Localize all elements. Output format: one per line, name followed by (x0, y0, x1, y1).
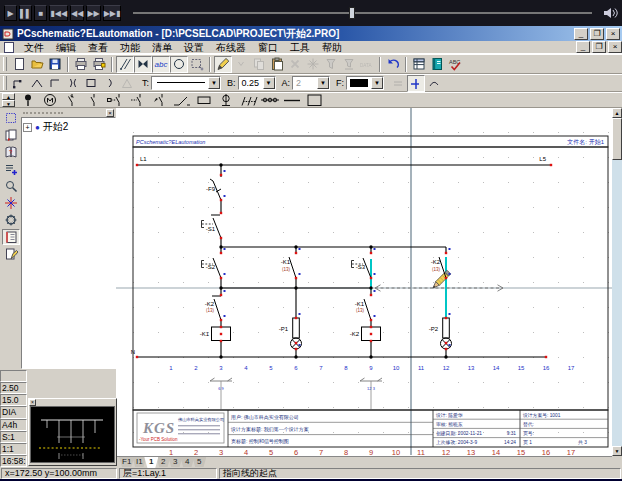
toolbar-button-undo-arrow[interactable] (384, 56, 402, 73)
vertical-scrollbar[interactable]: ▲ ▼ (612, 108, 622, 456)
left-tool-page-shift[interactable] (2, 127, 20, 143)
menu-item-9[interactable]: 帮助 (316, 41, 348, 54)
forward-button[interactable]: ▶▶ (86, 5, 100, 21)
seek-slider-thumb[interactable] (349, 7, 355, 19)
shape-button-poly-elbow[interactable] (46, 75, 64, 92)
symbol-button-contact-no[interactable] (83, 93, 105, 108)
expand-icon[interactable]: + (23, 123, 32, 132)
menu-item-7[interactable]: 窗口 (252, 41, 284, 54)
left-tool-notebook[interactable] (2, 229, 20, 245)
toolbar-button-area-select[interactable] (188, 56, 206, 73)
preview-window[interactable]: × (28, 398, 117, 466)
scroll-up-icon[interactable]: ▲ (612, 108, 622, 118)
menu-item-8[interactable]: 工具 (284, 41, 316, 54)
toolbar-button-open-folder[interactable] (28, 56, 46, 73)
close-button[interactable]: × (606, 28, 620, 40)
line-width-select[interactable]: 0.25▼ (238, 76, 276, 90)
restore-button[interactable]: ❐ (590, 28, 604, 40)
pause-button[interactable]: ▌▌ (19, 5, 32, 21)
symbol-button-breaker[interactable] (61, 93, 83, 108)
panel-close-icon[interactable]: × (106, 109, 114, 117)
menu-item-5[interactable]: 设置 (178, 41, 210, 54)
toolbar-button-print[interactable] (72, 56, 90, 73)
rewind-button[interactable]: ◀◀ (70, 5, 84, 21)
tree-body[interactable]: + ● 开始2 (21, 117, 116, 369)
symbol-button-three-pole[interactable] (237, 93, 259, 108)
toolbar-button-database-book[interactable] (428, 56, 446, 73)
chevron-down-icon[interactable]: ▼ (317, 77, 329, 89)
stop-button[interactable]: ■ (34, 5, 47, 21)
shape-button-poly-angle[interactable] (28, 75, 46, 92)
drawing-canvas[interactable]: PCschematic?ELautomation 文件名: 开始1 (116, 108, 612, 456)
menu-item-3[interactable]: 功能 (114, 41, 146, 54)
toolbar-button-object-list[interactable] (410, 56, 428, 73)
symbol-button-motor[interactable] (39, 93, 61, 108)
panel-grip[interactable] (23, 112, 63, 114)
left-tool-page-edit[interactable] (2, 246, 20, 262)
circuit-wires[interactable] (137, 165, 551, 357)
menu-item-6[interactable]: 布线器 (210, 41, 252, 54)
preview-titlebar[interactable]: × (29, 399, 116, 406)
prev-button[interactable]: ▮◀◀ (49, 5, 68, 21)
status-cell-4[interactable]: A4h (0, 419, 27, 431)
symbol-button-contact-dashed[interactable] (127, 93, 149, 108)
menu-item-1[interactable]: 编辑 (50, 41, 82, 54)
toolbar-button-pencil-draw[interactable] (214, 56, 232, 73)
status-cell-0[interactable] (0, 370, 27, 382)
symbol-button-socket-lamp[interactable] (215, 93, 237, 108)
symbol-button-coil-box[interactable] (193, 93, 215, 108)
line-type-select[interactable]: ▼ (151, 76, 221, 90)
symbol-button-contact-arrow[interactable] (149, 93, 171, 108)
shape-button-curve-pair[interactable] (64, 75, 82, 92)
status-cell-6[interactable]: 1:1 (0, 443, 27, 455)
symbol-button-conductor-line[interactable] (281, 93, 303, 108)
scrollbar-thumb[interactable] (612, 118, 622, 160)
menu-item-4[interactable]: 清单 (146, 41, 178, 54)
chevron-down-icon[interactable]: ▼ (208, 77, 220, 89)
draw-option-arc-small[interactable] (425, 75, 443, 92)
symbol-button-contact-operated[interactable] (105, 93, 127, 108)
status-cell-2[interactable]: 15.0 (0, 394, 27, 406)
chevron-down-icon[interactable]: ▼ (371, 77, 383, 89)
shape-button-rect-tool[interactable] (82, 75, 100, 92)
scroll-down-icon[interactable]: ▼ (612, 446, 622, 456)
left-tool-options-wheel[interactable] (2, 212, 20, 228)
speaker-icon[interactable] (602, 6, 618, 20)
play-button[interactable]: ▶ (4, 5, 17, 21)
chevron-down-icon[interactable]: ▼ (263, 77, 275, 89)
tree-panel-header[interactable]: × (21, 108, 116, 117)
toolbar-button-new-page[interactable] (10, 56, 28, 73)
symbol-button-signal-lamp[interactable] (17, 93, 39, 108)
schematic-sheet[interactable]: PCschematic?ELautomation 文件名: 开始1 (116, 108, 612, 456)
toolbar-button-text-abc[interactable]: abc (152, 56, 170, 73)
left-tool-list-add[interactable] (2, 161, 20, 177)
document-icon[interactable] (4, 42, 14, 53)
mdi-restore-button[interactable]: ❐ (592, 41, 606, 53)
toolbar-button-spell-check[interactable]: ABC (446, 56, 464, 73)
toolbar-button-symbol-bowtie[interactable] (134, 56, 152, 73)
status-cell-1[interactable]: 2.50 (0, 382, 27, 394)
preview-body[interactable] (30, 406, 115, 463)
left-tool-snap-target[interactable] (2, 195, 20, 211)
mdi-close-button[interactable]: × (608, 41, 622, 53)
minimize-button[interactable]: _ (574, 28, 588, 40)
toolbar-button-print-copy[interactable] (90, 56, 108, 73)
shape-button-poly-corner[interactable] (10, 75, 28, 92)
menu-item-0[interactable]: 文件 (18, 41, 50, 54)
toolbar-button-paste-clipboard[interactable] (268, 56, 286, 73)
component-symbols[interactable] (202, 179, 452, 349)
menu-item-2[interactable]: 查看 (82, 41, 114, 54)
tree-node-project[interactable]: + ● 开始2 (23, 120, 114, 134)
toolbar-button-save-disk[interactable] (46, 56, 64, 73)
symbol-button-terminal-row[interactable] (259, 93, 281, 108)
left-tool-select-dots[interactable] (2, 110, 20, 126)
next-button[interactable]: ▶▶▮ (103, 5, 122, 21)
preview-close-icon[interactable]: × (29, 399, 36, 406)
angle-select[interactable]: 2▼ (292, 76, 330, 90)
toolbar-grip[interactable] (3, 76, 7, 90)
symbol-button-box-outline[interactable] (303, 93, 325, 108)
shape-button-arc-tool[interactable] (100, 75, 118, 92)
symbol-button-switch-angle[interactable] (171, 93, 193, 108)
title-bar[interactable]: PCschematic?ELautomation - [D:\PCSELCAD\… (0, 26, 622, 41)
status-cell-5[interactable]: S:1 (0, 431, 27, 443)
